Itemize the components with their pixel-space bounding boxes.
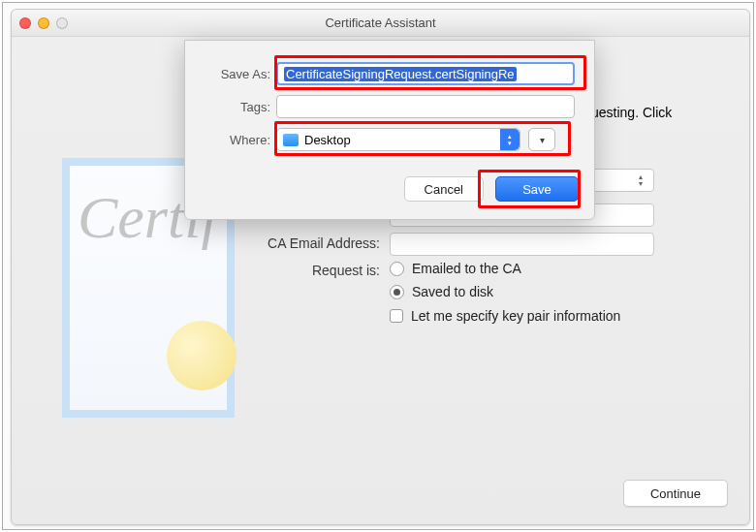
save-sheet: Save As: CertificateSigningRequest.certS… [184,40,595,220]
window-title: Certificate Assistant [12,16,749,30]
ca-email-label: CA Email Address: [258,235,380,251]
save-as-label: Save As: [201,67,276,81]
expand-button[interactable]: ▾ [528,128,555,151]
cancel-button[interactable]: Cancel [404,176,484,202]
radio-emailed-label: Emailed to the CA [412,261,521,276]
where-stepper-icon: ▴▾ [500,129,520,150]
where-select[interactable]: Desktop ▴▾ [276,128,520,151]
tags-field[interactable] [276,95,575,118]
app-window: Certificate Assistant uesting. Click Cer… [11,9,750,525]
cancel-button-label: Cancel [425,182,463,197]
where-value: Desktop [304,133,351,147]
chevron-down-icon: ▾ [540,135,545,145]
ca-email-field[interactable] [390,233,654,256]
where-label: Where: [201,133,276,147]
radio-saved[interactable] [390,285,404,299]
radio-saved-label: Saved to disk [412,284,493,299]
instruction-text-fragment: uesting. Click [591,105,672,120]
seal-icon [167,321,236,391]
save-as-field[interactable]: CertificateSigningRequest.certSigningRe [276,62,575,85]
titlebar: Certificate Assistant [12,10,749,37]
specify-keypair-checkbox[interactable] [390,309,403,323]
save-button-label: Save [522,182,551,197]
save-as-value: CertificateSigningRequest.certSigningRe [284,67,517,81]
radio-emailed[interactable] [390,262,404,276]
folder-icon [283,134,299,146]
specify-keypair-label: Let me specify key pair information [411,308,620,324]
continue-button[interactable]: Continue [623,480,728,507]
request-is-label: Request is: [258,263,380,278]
tags-label: Tags: [201,100,276,114]
continue-button-label: Continue [650,486,701,501]
save-button[interactable]: Save [495,176,579,202]
